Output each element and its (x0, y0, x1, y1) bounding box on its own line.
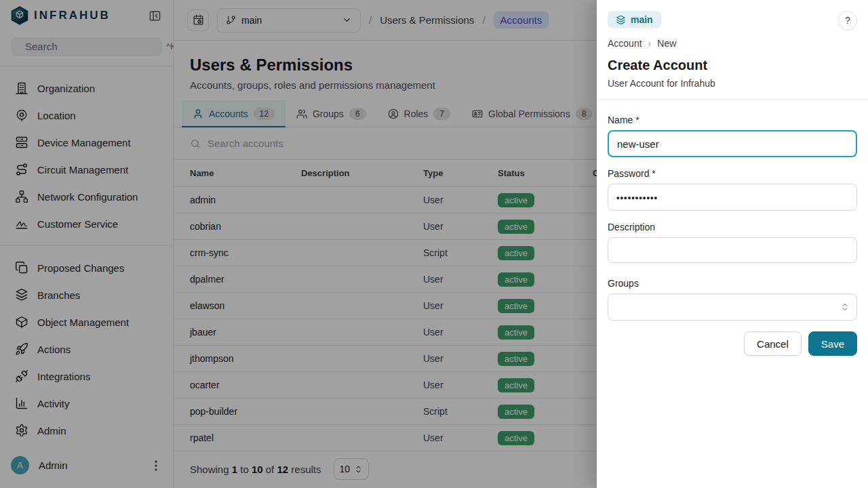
form-actions: Cancel Save (608, 331, 857, 356)
chevrons-up-down-icon (840, 302, 850, 312)
branch-badge[interactable]: main (608, 11, 661, 28)
groups-label: Groups (608, 278, 857, 289)
create-account-drawer: main ? Account › New Create Account User… (597, 0, 868, 488)
drawer-subtitle: User Account for Infrahub (608, 78, 857, 89)
password-field-group: Password * (608, 168, 857, 211)
name-label: Name * (608, 115, 857, 125)
password-label: Password * (608, 168, 857, 179)
question-mark-icon: ? (845, 15, 850, 26)
description-field-group: Description (608, 222, 857, 266)
help-button[interactable]: ? (838, 11, 857, 30)
app-root: INFRAHUB ^K Organization Location Device… (0, 0, 868, 488)
description-field[interactable] (608, 237, 857, 263)
name-field[interactable] (608, 130, 857, 157)
password-field[interactable] (608, 184, 857, 211)
save-button[interactable]: Save (808, 331, 857, 356)
drawer-breadcrumb-current: New (657, 38, 676, 49)
modal-overlay[interactable] (0, 0, 597, 488)
drawer-breadcrumb: Account › New (608, 38, 857, 49)
cancel-button[interactable]: Cancel (744, 331, 802, 356)
layers-icon (616, 15, 626, 25)
branch-badge-label: main (631, 14, 653, 25)
groups-field-group: Groups (608, 278, 857, 321)
groups-select[interactable] (608, 293, 857, 321)
chevron-right-icon: › (648, 38, 652, 49)
drawer-header: main ? Account › New Create Account User… (597, 0, 868, 89)
create-account-form: Name * Password * Description Groups Can… (597, 100, 868, 371)
drawer-title: Create Account (608, 58, 857, 73)
name-field-group: Name * (608, 115, 857, 157)
description-label: Description (608, 222, 857, 232)
drawer-breadcrumb-parent[interactable]: Account (608, 38, 642, 49)
